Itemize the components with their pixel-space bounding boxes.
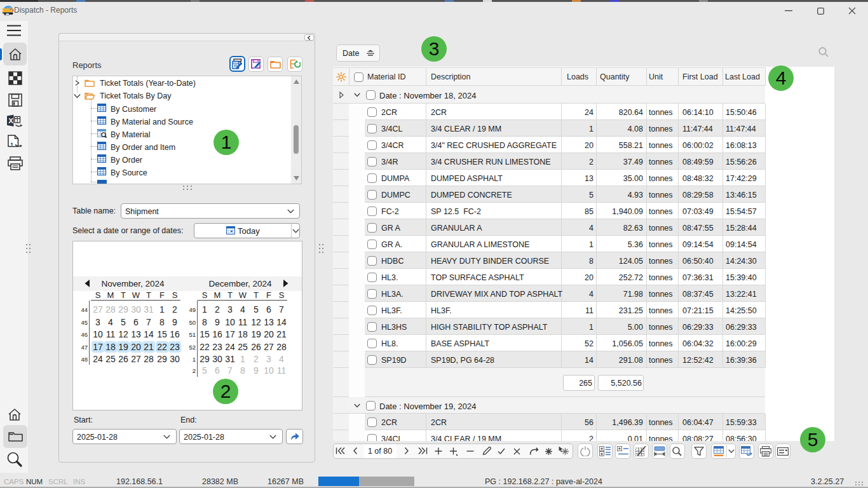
svg-text:,: , [11,136,13,146]
svg-text:X: X [8,117,13,125]
